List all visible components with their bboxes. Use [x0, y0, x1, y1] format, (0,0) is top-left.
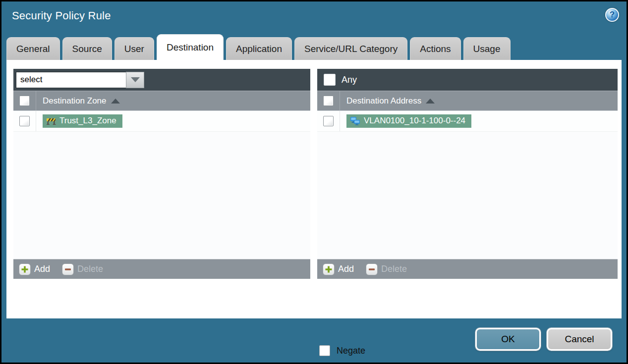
destination-address-panel: Any Destination Address	[317, 69, 618, 279]
sort-ascending-icon[interactable]	[111, 99, 120, 104]
address-column-title[interactable]: Destination Address	[346, 96, 421, 106]
tab-application[interactable]: Application	[226, 37, 292, 60]
zone-list: Trust_L3_Zone	[13, 110, 310, 259]
zone-delete-button[interactable]: Delete	[62, 263, 103, 275]
address-row-checkbox[interactable]	[323, 116, 334, 126]
negate-checkbox[interactable]	[319, 345, 330, 356]
tab-label: Application	[236, 44, 282, 54]
minus-icon	[62, 263, 74, 275]
tab-general[interactable]: General	[6, 37, 60, 60]
destination-tab-content: Destination Zone	[6, 60, 622, 318]
zone-row-checkbox-cell	[13, 111, 36, 131]
tab-label: General	[16, 44, 50, 54]
tab-actions[interactable]: Actions	[410, 37, 460, 60]
ok-button-label: OK	[501, 334, 514, 345]
table-row[interactable]: Trust_L3_Zone	[13, 111, 310, 132]
zone-icon	[46, 117, 56, 125]
tab-user[interactable]: User	[114, 37, 154, 60]
cancel-button[interactable]: Cancel	[547, 328, 612, 351]
table-row[interactable]: VLAN0100_10-1-100-0--24	[317, 111, 618, 132]
tab-label: Source	[72, 44, 102, 54]
zone-select-input[interactable]	[16, 72, 126, 88]
address-add-button[interactable]: Add	[323, 263, 354, 275]
address-item-chip[interactable]: VLAN0100_10-1-100-0--24	[346, 114, 471, 128]
address-list: VLAN0100_10-1-100-0--24	[317, 110, 618, 259]
dialog-title: Security Policy Rule	[12, 9, 111, 22]
negate-label: Negate	[337, 346, 365, 356]
tab-label: User	[124, 44, 144, 54]
any-label: Any	[342, 75, 357, 85]
zone-add-button[interactable]: Add	[19, 263, 50, 275]
tab-destination[interactable]: Destination	[157, 34, 224, 60]
zone-header-checkbox-cell	[13, 91, 36, 110]
zone-select-all-checkbox[interactable]	[19, 96, 30, 106]
tab-bar: General Source User Destination Applicat…	[6, 34, 513, 60]
tab-usage[interactable]: Usage	[463, 37, 511, 60]
address-add-label: Add	[338, 264, 354, 274]
destination-zone-panel: Destination Zone	[13, 69, 310, 279]
tab-label: Destination	[167, 42, 214, 53]
cancel-button-label: Cancel	[565, 334, 594, 345]
zone-column-header: Destination Zone	[13, 91, 310, 110]
address-header-checkbox-cell	[317, 91, 340, 110]
tab-label: Actions	[420, 44, 451, 54]
minus-icon	[366, 263, 378, 275]
address-row-checkbox-cell	[317, 111, 340, 131]
tab-label: Usage	[473, 44, 501, 54]
address-select-all-checkbox[interactable]	[323, 96, 334, 106]
address-footer: Add Delete	[317, 259, 618, 279]
address-toolbar: Any	[317, 69, 618, 91]
help-glyph: ?	[610, 10, 615, 20]
zone-item-chip[interactable]: Trust_L3_Zone	[43, 114, 122, 128]
dialog-titlebar: Security Policy Rule ?	[1, 1, 627, 33]
any-checkbox[interactable]	[324, 74, 336, 86]
tab-source[interactable]: Source	[62, 37, 112, 60]
security-policy-rule-dialog: Security Policy Rule ? General Source Us…	[0, 0, 628, 364]
chevron-down-icon	[131, 77, 140, 82]
address-icon	[350, 116, 360, 125]
zone-add-label: Add	[34, 264, 50, 274]
address-delete-button[interactable]: Delete	[366, 263, 407, 275]
address-delete-label: Delete	[381, 264, 407, 274]
zone-delete-label: Delete	[77, 264, 103, 274]
address-item-label: VLAN0100_10-1-100-0--24	[364, 116, 465, 126]
sort-ascending-icon[interactable]	[426, 99, 435, 104]
ok-button[interactable]: OK	[475, 328, 541, 351]
zone-toolbar	[13, 69, 310, 91]
zone-footer: Add Delete	[13, 259, 310, 279]
tab-service-url-category[interactable]: Service/URL Category	[294, 37, 407, 60]
zone-select-arrow-button[interactable]	[126, 72, 144, 88]
tab-label: Service/URL Category	[304, 44, 398, 54]
help-icon[interactable]: ?	[605, 8, 619, 22]
zone-row-checkbox[interactable]	[19, 116, 30, 126]
negate-row: Negate	[319, 345, 365, 356]
zone-item-label: Trust_L3_Zone	[59, 116, 116, 126]
plus-icon	[323, 263, 335, 275]
zone-select-dropdown	[16, 72, 144, 88]
zone-column-title[interactable]: Destination Zone	[43, 96, 107, 106]
plus-icon	[19, 263, 31, 275]
address-column-header: Destination Address	[317, 91, 618, 110]
